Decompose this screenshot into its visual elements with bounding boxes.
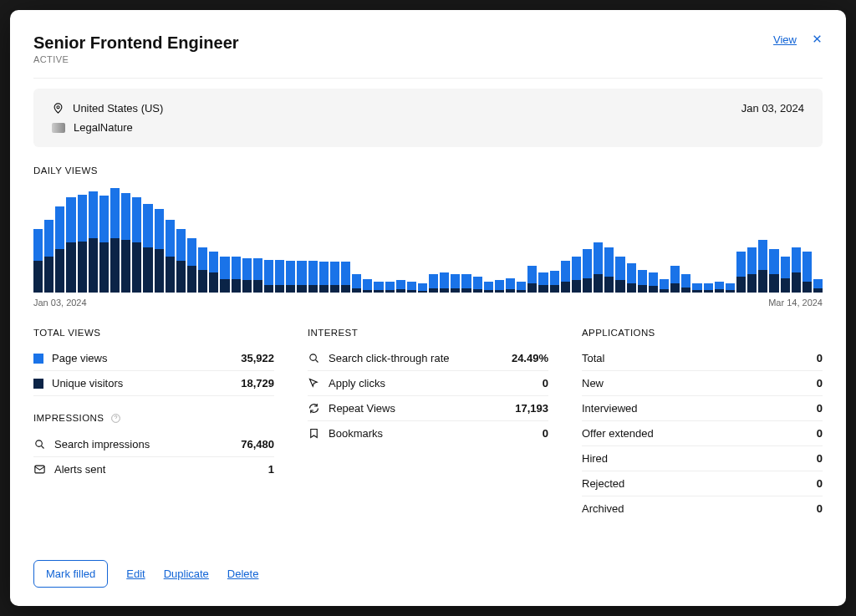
edit-button[interactable]: Edit (126, 568, 145, 580)
chart-bar (374, 184, 383, 293)
chart-bar (758, 184, 767, 293)
chart-bar (681, 184, 690, 293)
bookmark-icon (308, 427, 320, 440)
x-axis-end: Mar 14, 2024 (768, 298, 823, 308)
application-row: New0 (582, 371, 823, 396)
chart-bar (649, 184, 658, 293)
unique-label: Unique visitors (52, 377, 123, 389)
chart-bar (132, 184, 141, 293)
company-name: LegalNature (74, 121, 133, 134)
location-row: United States (US) (52, 102, 163, 115)
chart-bar (747, 184, 757, 293)
search-icon (33, 438, 46, 451)
mark-filled-button[interactable]: Mark filled (33, 560, 108, 588)
chart-bar (615, 184, 624, 293)
close-button[interactable] (812, 33, 823, 46)
page-views-stat: Page views 35,922 (33, 346, 274, 371)
chart-bar (429, 184, 438, 293)
search-impressions-value: 76,480 (241, 438, 274, 451)
delete-button[interactable]: Delete (227, 568, 259, 580)
chart-bar (736, 184, 746, 293)
chart-bar (33, 184, 43, 293)
ctr-label: Search click-through rate (329, 352, 450, 364)
page-views-value: 35,922 (241, 352, 274, 364)
envelope-icon (33, 463, 46, 476)
bookmark-value: 0 (543, 427, 548, 440)
application-row: Interviewed0 (582, 396, 823, 421)
total-views-title: TOTAL VIEWS (33, 328, 274, 338)
title-block: Senior Frontend Engineer ACTIVE (33, 33, 239, 64)
location-text: United States (US) (73, 102, 163, 115)
chart-bar (44, 184, 54, 293)
header-actions: View (773, 33, 823, 46)
chart-bar (550, 184, 559, 293)
chart-bar (604, 184, 614, 293)
chart-bar (670, 184, 680, 293)
chart-bar (143, 184, 152, 293)
company-logo-icon (52, 123, 65, 133)
application-label: Interviewed (582, 402, 637, 415)
alerts-value: 1 (268, 463, 274, 476)
chart-bar (692, 184, 701, 293)
duplicate-button[interactable]: Duplicate (164, 568, 209, 580)
chart-bar (418, 184, 427, 293)
chart-bar (308, 184, 318, 293)
chart-bar (517, 184, 526, 293)
x-axis-start: Jan 03, 2024 (33, 298, 87, 308)
chart-bar (484, 184, 493, 293)
chart-bar (89, 184, 98, 293)
chart-bar (538, 184, 548, 293)
chart-bar (187, 184, 196, 293)
chart-bar (407, 184, 416, 293)
search-icon (308, 352, 320, 364)
chart-bar (264, 184, 273, 293)
help-icon[interactable] (110, 413, 121, 424)
application-value: 0 (817, 427, 823, 440)
job-meta-box: United States (US) LegalNature Jan 03, 2… (33, 89, 823, 147)
chart-bar (253, 184, 262, 293)
legend-unique-icon (33, 379, 43, 389)
chart-bar (385, 184, 395, 293)
application-row: Offer extended0 (582, 421, 823, 446)
chart-bar (627, 184, 636, 293)
chart-bar (769, 184, 778, 293)
impressions-title-text: IMPRESSIONS (33, 413, 104, 423)
close-icon (812, 33, 823, 44)
applications-title: APPLICATIONS (582, 328, 823, 338)
job-analytics-modal: Senior Frontend Engineer ACTIVE View Uni… (10, 10, 846, 606)
chart-bar (726, 184, 735, 293)
daily-views-chart: Jan 03, 2024 Mar 14, 2024 (33, 184, 823, 308)
chart-bar (55, 184, 64, 293)
application-label: Rejected (582, 477, 624, 490)
search-impressions-label: Search impressions (54, 438, 150, 451)
svg-point-2 (36, 440, 43, 447)
chart-bar (638, 184, 647, 293)
view-link[interactable]: View (773, 33, 797, 46)
application-row: Total0 (582, 346, 823, 371)
apply-label: Apply clicks (329, 377, 385, 389)
application-label: New (582, 377, 604, 389)
job-status: ACTIVE (33, 54, 239, 64)
interest-title: INTEREST (308, 328, 548, 338)
application-row: Rejected0 (582, 471, 823, 496)
chart-bar (715, 184, 724, 293)
unique-visitors-stat: Unique visitors 18,729 (33, 371, 274, 396)
chart-bar (781, 184, 790, 293)
chart-bar (792, 184, 801, 293)
location-pin-icon (52, 102, 64, 115)
repeat-views-stat: Repeat Views 17,193 (308, 396, 548, 421)
impressions-title: IMPRESSIONS (33, 413, 274, 424)
application-row: Archived0 (582, 496, 823, 521)
chart-bar (242, 184, 252, 293)
bookmarks-stat: Bookmarks 0 (308, 421, 548, 445)
applications-list: Total0New0Interviewed0Offer extended0Hir… (582, 346, 823, 521)
chart-bar (66, 184, 75, 293)
chart-x-axis: Jan 03, 2024 Mar 14, 2024 (33, 298, 823, 308)
chart-bar (166, 184, 175, 293)
legend-pageviews-icon (33, 354, 43, 364)
chart-bar (220, 184, 229, 293)
application-label: Offer extended (582, 427, 654, 440)
posted-date: Jan 03, 2024 (741, 102, 804, 115)
svg-point-0 (57, 106, 59, 109)
chart-bar (176, 184, 186, 293)
